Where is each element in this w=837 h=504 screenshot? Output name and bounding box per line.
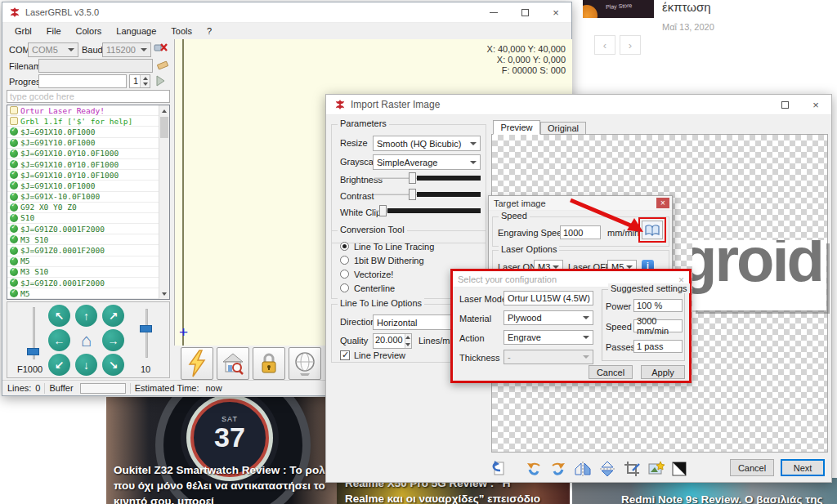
brightness-slider-thumb[interactable] <box>409 172 416 184</box>
feed-slider[interactable] <box>27 307 41 361</box>
article-card-oukitel[interactable]: SAT 37 Oukitel Z32 Smartwatch Review : Τ… <box>106 397 343 504</box>
step-down[interactable] <box>141 82 150 88</box>
scrollbar-thumb[interactable] <box>160 117 168 138</box>
title-bar[interactable]: LaserGRBL v3.5.0 × <box>2 2 571 23</box>
close-button[interactable]: × <box>656 198 669 208</box>
menu-item[interactable]: Grbl <box>7 25 39 38</box>
post-thumbnail[interactable]: Play Store <box>583 0 654 18</box>
crop-button[interactable] <box>620 458 643 479</box>
invert-colors-button[interactable] <box>668 458 691 479</box>
rotate-right-button[interactable] <box>547 458 570 479</box>
rotate-left-button[interactable] <box>522 458 545 479</box>
clear-file-button[interactable] <box>156 59 169 72</box>
step-up[interactable] <box>141 75 150 82</box>
config-apply-button[interactable]: Apply <box>641 365 685 379</box>
radio-label[interactable]: Vectorize! <box>354 270 393 279</box>
contrast-slider[interactable] <box>374 189 481 200</box>
carousel-prev-button[interactable]: ‹ <box>594 35 615 55</box>
console-log[interactable]: Ortur Laser Ready! Grbl 1.1f ['$' for he… <box>7 105 170 300</box>
com-port-select[interactable]: COM5 <box>28 42 78 57</box>
menu-item[interactable]: File <box>39 25 69 38</box>
grayscale-select[interactable]: SimpleAverage <box>373 154 481 170</box>
jog-down-left-button[interactable]: ↙ <box>48 354 70 376</box>
jog-down-button[interactable]: ↓ <box>75 354 97 376</box>
title-bar[interactable]: Import Raster Image × <box>326 95 831 115</box>
radio-line-to-line[interactable] <box>340 242 349 251</box>
cancel-button[interactable]: Cancel <box>730 459 774 476</box>
filename-field[interactable] <box>38 59 153 73</box>
step-value-label: 10 <box>141 364 150 374</box>
maximize-button[interactable] <box>769 95 800 115</box>
post-title[interactable]: έκπτωση <box>662 0 711 14</box>
console-line-icon <box>10 279 18 287</box>
flip-horizontal-button[interactable] <box>571 458 594 479</box>
chevron-down-icon <box>583 336 589 339</box>
article-title[interactable]: Redmi Note 9s Review. Ο βασιλιάς της <box>621 492 822 504</box>
brightness-slider[interactable] <box>374 172 481 184</box>
revert-button[interactable] <box>486 458 509 479</box>
scroll-down-icon[interactable] <box>159 288 169 299</box>
jog-down-right-button[interactable]: ↘ <box>102 354 124 376</box>
menu-item[interactable]: Language <box>109 25 163 38</box>
minimize-button[interactable] <box>478 2 509 23</box>
tab-original[interactable]: Original <box>540 122 586 135</box>
quality-down[interactable] <box>405 341 411 349</box>
jog-right-button[interactable]: → <box>102 329 124 351</box>
menu-item[interactable]: Colors <box>69 25 110 38</box>
material-select[interactable]: Plywood <box>504 310 593 325</box>
edit-image-button[interactable] <box>645 458 668 479</box>
ruler-line <box>182 39 184 346</box>
radio-centerline[interactable] <box>340 283 349 292</box>
radio-label[interactable]: Centerline <box>354 283 395 293</box>
jog-up-left-button[interactable]: ↖ <box>48 305 70 327</box>
disconnect-button[interactable] <box>154 41 168 57</box>
thickness-select[interactable]: - <box>504 350 593 364</box>
maximize-button[interactable] <box>509 2 540 23</box>
chevron-down-icon <box>141 48 147 51</box>
action-select[interactable]: Engrave <box>504 330 593 345</box>
engraving-speed-field[interactable]: 1000 <box>560 225 601 239</box>
step-slider-thumb[interactable] <box>140 325 152 332</box>
jog-left-button[interactable]: ← <box>48 329 70 351</box>
carousel-next-button[interactable]: › <box>620 35 641 55</box>
title-bar[interactable]: Target image × <box>489 196 672 211</box>
repeat-count-stepper[interactable]: 1 <box>129 74 150 88</box>
quality-stepper[interactable]: 20.000 <box>373 333 412 349</box>
grid-button[interactable] <box>289 347 321 380</box>
jog-home-button[interactable]: ⌂ <box>75 329 97 351</box>
scroll-up-icon[interactable] <box>159 105 169 116</box>
run-button[interactable] <box>154 75 166 88</box>
article-title[interactable]: Oukitel Z32 Smartwatch Review : Το ρολόι… <box>114 462 337 504</box>
resize-select[interactable]: Smooth (HQ Bicubic) <box>373 136 481 151</box>
feed-slider-thumb[interactable] <box>27 348 39 355</box>
config-cancel-button[interactable]: Cancel <box>589 365 633 379</box>
menu-item[interactable]: Tools <box>163 25 199 38</box>
quality-up[interactable] <box>405 334 411 341</box>
flip-vertical-button[interactable] <box>596 458 619 479</box>
baud-select[interactable]: 115200 <box>102 42 151 57</box>
radio-label[interactable]: Line To Line Tracing <box>354 242 434 252</box>
tab-preview[interactable]: Preview <box>493 120 540 135</box>
jog-up-right-button[interactable]: ↗ <box>102 305 124 327</box>
menu-item[interactable]: ? <box>199 25 219 38</box>
radio-dithering[interactable] <box>340 256 349 265</box>
focus-laser-button[interactable] <box>181 347 213 380</box>
console-scrollbar[interactable] <box>159 105 169 299</box>
close-button[interactable]: × <box>540 2 571 23</box>
console-line: $J=G91Z0.0001F2000 <box>7 278 160 288</box>
radio-vectorize[interactable] <box>340 270 349 279</box>
line-preview-checkbox[interactable] <box>340 350 350 360</box>
whiteclip-slider-thumb[interactable] <box>379 205 387 216</box>
next-button[interactable]: Next <box>781 459 825 476</box>
gcode-input[interactable]: type gcode here <box>7 90 170 103</box>
radio-label[interactable]: 1bit BW Dithering <box>354 256 424 265</box>
jog-up-button[interactable]: ↑ <box>75 305 97 327</box>
contrast-slider-thumb[interactable] <box>409 189 416 200</box>
step-slider[interactable] <box>140 309 154 359</box>
close-button[interactable]: × <box>800 95 831 115</box>
laser-model-select[interactable]: Ortur LU15W (4.5W) <box>504 291 593 306</box>
frame-preview-button[interactable] <box>217 347 249 380</box>
globe-icon <box>293 351 316 377</box>
whiteclip-slider[interactable] <box>374 205 481 216</box>
lock-button[interactable] <box>253 347 285 380</box>
